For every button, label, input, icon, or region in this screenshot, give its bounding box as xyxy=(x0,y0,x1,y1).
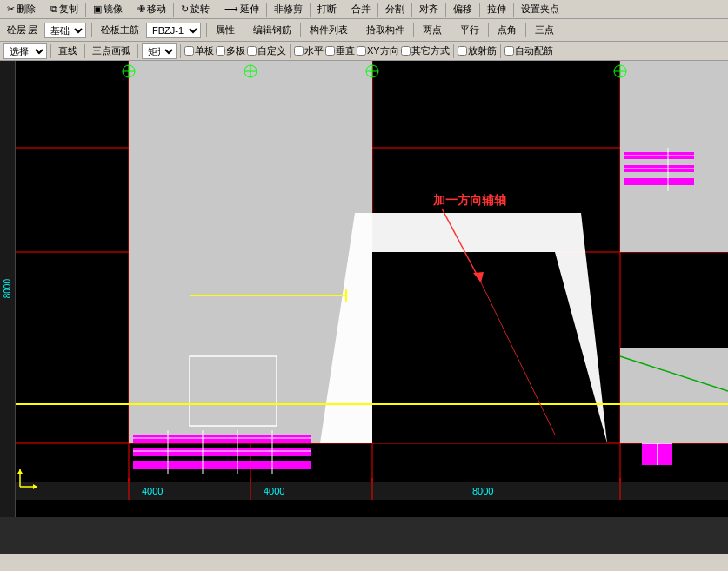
separator xyxy=(411,3,412,17)
move-button[interactable]: ✙ 移动 xyxy=(134,2,170,17)
separator xyxy=(137,44,138,58)
radial-rebar-label[interactable]: 放射筋 xyxy=(458,44,497,57)
svg-rect-17 xyxy=(624,178,694,185)
no-trim-button[interactable]: 非修剪 xyxy=(270,2,306,17)
properties-button[interactable]: 属性 xyxy=(212,23,238,37)
xy-check[interactable] xyxy=(357,46,366,56)
separator xyxy=(488,23,489,37)
multi-board-check[interactable] xyxy=(216,46,225,56)
parallel-button[interactable]: 平行 xyxy=(457,23,483,37)
separator xyxy=(130,3,130,17)
extend-button[interactable]: ⟶ 延伸 xyxy=(221,2,263,17)
stretch-button[interactable]: 拉伸 xyxy=(484,2,510,17)
component-select[interactable]: FBZJ-1 xyxy=(146,23,201,38)
component-list-button[interactable]: 构件列表 xyxy=(306,23,351,37)
layer-select[interactable]: 基础 xyxy=(44,23,86,38)
component-label: 砼板主筋 xyxy=(97,23,143,37)
separator xyxy=(413,23,414,37)
separator xyxy=(84,44,85,58)
separator xyxy=(50,44,51,58)
rotate-button[interactable]: ↻ 旋转 xyxy=(177,2,213,17)
single-board-label[interactable]: 单板 xyxy=(184,44,214,57)
ruler-label: 8000 xyxy=(3,279,12,298)
vertical-label[interactable]: 垂直 xyxy=(325,44,355,57)
svg-text:加一方向辅轴: 加一方向辅轴 xyxy=(432,193,506,207)
separator xyxy=(357,23,357,37)
shape-dropdown[interactable]: 矩形 xyxy=(142,43,177,59)
align-button[interactable]: 对齐 xyxy=(416,2,442,17)
svg-rect-23 xyxy=(133,461,311,469)
extend-icon: ⟶ xyxy=(224,3,238,15)
select-dropdown[interactable]: 选择 xyxy=(3,43,47,59)
custom-check[interactable] xyxy=(247,46,257,56)
radial-check[interactable] xyxy=(458,46,467,56)
svg-text:4000: 4000 xyxy=(142,486,163,496)
line-button[interactable]: 直线 xyxy=(55,43,81,58)
three-point-button[interactable]: 三点 xyxy=(531,23,558,37)
svg-rect-9 xyxy=(620,61,728,148)
arc-button[interactable]: 三点画弧 xyxy=(89,43,134,58)
custom-label[interactable]: 自定义 xyxy=(247,44,286,57)
copy-icon: ⧉ xyxy=(50,3,57,15)
separator xyxy=(85,3,86,17)
separator xyxy=(206,23,207,37)
horizontal-check[interactable] xyxy=(294,46,304,56)
multi-board-label[interactable]: 多板 xyxy=(216,44,245,57)
grip-button[interactable]: 设置夹点 xyxy=(518,2,563,17)
separator xyxy=(244,23,244,37)
left-ruler: 8000 xyxy=(0,61,16,517)
layer-label: 砼层层 xyxy=(3,23,41,37)
svg-rect-8 xyxy=(129,61,372,252)
merge-button[interactable]: 合并 xyxy=(348,2,374,17)
offset-button[interactable]: 偏移 xyxy=(450,2,476,17)
mirror-button[interactable]: ▣ 镜像 xyxy=(90,2,126,17)
delete-button[interactable]: ✂ 删除 xyxy=(3,2,39,17)
svg-text:8000: 8000 xyxy=(472,486,493,496)
separator xyxy=(445,3,446,17)
auto-rebar-label[interactable]: 自动配筋 xyxy=(504,44,553,57)
separator xyxy=(500,44,501,58)
separator xyxy=(43,3,43,17)
status-bar xyxy=(0,554,728,571)
single-board-check[interactable] xyxy=(184,46,194,56)
point-angle-button[interactable]: 点角 xyxy=(494,23,520,37)
break-button[interactable]: 打断 xyxy=(314,2,340,17)
separator xyxy=(180,44,181,58)
separator xyxy=(310,3,311,17)
auto-check[interactable] xyxy=(504,46,514,56)
separator xyxy=(513,3,514,17)
separator xyxy=(451,23,451,37)
vertical-check[interactable] xyxy=(325,46,335,56)
move-icon: ✙ xyxy=(137,3,145,15)
horizontal-label[interactable]: 水平 xyxy=(294,44,324,57)
svg-rect-14 xyxy=(620,148,728,252)
svg-rect-21 xyxy=(133,435,311,443)
separator xyxy=(290,44,291,58)
two-point-button[interactable]: 两点 xyxy=(419,23,445,37)
separator xyxy=(217,3,217,17)
separator xyxy=(479,3,480,17)
separator xyxy=(266,3,267,17)
toolbar-row-1: ✂ 删除 ⧉ 复制 ▣ 镜像 ✙ 移动 ↻ 旋转 ⟶ 延伸 非修剪 打断 合并 … xyxy=(0,0,728,19)
other-check[interactable] xyxy=(401,46,411,56)
separator xyxy=(91,23,92,37)
separator xyxy=(453,44,454,58)
separator xyxy=(173,3,174,17)
edit-rebar-button[interactable]: 编辑钢筋 xyxy=(250,23,295,37)
toolbar-row-3: 选择 直线 三点画弧 矩形 单板 多板 自定义 水平 垂直 XY方向 其它方式 … xyxy=(0,42,728,61)
separator xyxy=(525,23,526,37)
other-method-label[interactable]: 其它方式 xyxy=(401,44,450,57)
separator xyxy=(300,23,301,37)
separator xyxy=(377,3,378,17)
copy-button[interactable]: ⧉ 复制 xyxy=(47,2,82,17)
mirror-icon: ▣ xyxy=(93,3,102,15)
pick-component-button[interactable]: 拾取构件 xyxy=(363,23,408,37)
toolbar-row-2: 砼层层 基础 砼板主筋 FBZJ-1 属性 编辑钢筋 构件列表 拾取构件 两点 … xyxy=(0,19,728,42)
svg-rect-22 xyxy=(133,448,311,456)
rotate-icon: ↻ xyxy=(181,3,189,15)
main-area: 8000 xyxy=(0,61,728,517)
drawing-canvas[interactable]: 加一方向辅轴 4000 4000 8000 xyxy=(16,61,728,500)
xy-direction-label[interactable]: XY方向 xyxy=(357,44,399,57)
split-button[interactable]: 分割 xyxy=(382,2,408,17)
svg-text:4000: 4000 xyxy=(264,486,284,496)
